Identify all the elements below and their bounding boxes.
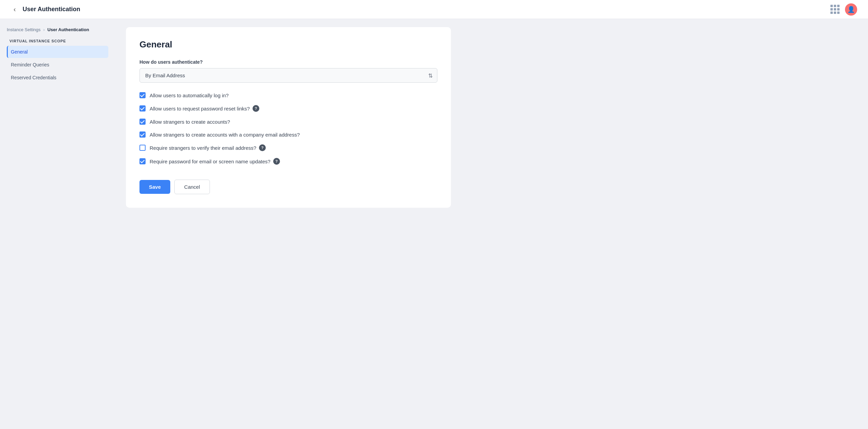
sidebar-item-general[interactable]: General <box>7 46 108 58</box>
auth-method-group: How do users authenticate? By Email Addr… <box>139 59 437 83</box>
checkbox-auto-login[interactable] <box>139 92 146 98</box>
app-header: ‹ User Authentication 👤 <box>0 0 868 19</box>
checkbox-create-accounts[interactable] <box>139 119 146 125</box>
grid-dot <box>834 12 836 14</box>
checkbox-item-create-accounts[interactable]: Allow strangers to create accounts? <box>139 119 437 125</box>
header-left: ‹ User Authentication <box>11 4 80 15</box>
checkbox-item-auto-login[interactable]: Allow users to automatically log in? <box>139 92 437 98</box>
breadcrumb-separator: › <box>43 27 45 32</box>
breadcrumb: Instance Settings › User Authentication <box>7 27 108 32</box>
cancel-button[interactable]: Cancel <box>174 180 210 194</box>
header-right: 👤 <box>830 3 857 16</box>
save-button[interactable]: Save <box>139 180 170 194</box>
checkbox-label-password-updates: Require password for email or screen nam… <box>150 158 280 165</box>
back-button[interactable]: ‹ <box>11 4 19 15</box>
back-icon: ‹ <box>14 5 16 13</box>
apps-icon[interactable] <box>830 5 840 14</box>
section-title: General <box>139 39 437 50</box>
checkbox-label-create-accounts: Allow strangers to create accounts? <box>150 119 230 125</box>
sidebar-item-reserved-credentials[interactable]: Reserved Credentials <box>7 72 108 84</box>
grid-dot <box>830 8 833 11</box>
sidebar: Instance Settings › User Authentication … <box>0 19 115 429</box>
checkbox-label-auto-login: Allow users to automatically log in? <box>150 93 229 98</box>
checkbox-item-password-reset[interactable]: Allow users to request password reset li… <box>139 105 437 112</box>
checkbox-item-password-updates[interactable]: Require password for email or screen nam… <box>139 158 437 165</box>
sidebar-nav: General Reminder Queries Reserved Creden… <box>7 46 108 84</box>
breadcrumb-parent-link[interactable]: Instance Settings <box>7 27 41 32</box>
grid-dot <box>837 12 840 14</box>
grid-dot <box>830 5 833 7</box>
checkbox-password-reset[interactable] <box>139 105 146 111</box>
checkbox-label-company-email: Allow strangers to create accounts with … <box>150 132 300 138</box>
checkbox-verify-email[interactable] <box>139 145 146 151</box>
avatar[interactable]: 👤 <box>845 3 857 16</box>
auth-method-select[interactable]: By Email Address By Screen Name <box>139 68 437 83</box>
sidebar-scope-label: Virtual Instance Scope <box>7 39 108 43</box>
auth-select-wrapper: By Email Address By Screen Name ⇅ <box>139 68 437 83</box>
checkbox-company-email[interactable] <box>139 131 146 138</box>
grid-dot <box>837 8 840 11</box>
checkbox-label-password-reset: Allow users to request password reset li… <box>150 105 259 112</box>
content-card: General How do users authenticate? By Em… <box>126 27 451 208</box>
header-title: User Authentication <box>23 6 80 13</box>
grid-dot <box>830 12 833 14</box>
main-content: General How do users authenticate? By Em… <box>115 19 868 429</box>
checkbox-password-updates[interactable] <box>139 158 146 164</box>
grid-dot <box>834 8 836 11</box>
auth-method-label: How do users authenticate? <box>139 59 437 65</box>
breadcrumb-current: User Authentication <box>47 27 89 32</box>
checkbox-item-company-email[interactable]: Allow strangers to create accounts with … <box>139 131 437 138</box>
action-buttons: Save Cancel <box>139 177 437 194</box>
help-icon-verify-email[interactable]: ? <box>259 144 266 151</box>
user-icon: 👤 <box>847 6 855 13</box>
checkbox-item-verify-email[interactable]: Require strangers to verify their email … <box>139 144 437 151</box>
checkbox-label-verify-email: Require strangers to verify their email … <box>150 144 266 151</box>
grid-dot <box>837 5 840 7</box>
help-icon-password-reset[interactable]: ? <box>253 105 259 112</box>
sidebar-item-reminder-queries[interactable]: Reminder Queries <box>7 59 108 71</box>
help-icon-password-updates[interactable]: ? <box>273 158 280 165</box>
checkbox-group: Allow users to automatically log in? All… <box>139 92 437 165</box>
page-layout: Instance Settings › User Authentication … <box>0 19 868 429</box>
grid-dot <box>834 5 836 7</box>
